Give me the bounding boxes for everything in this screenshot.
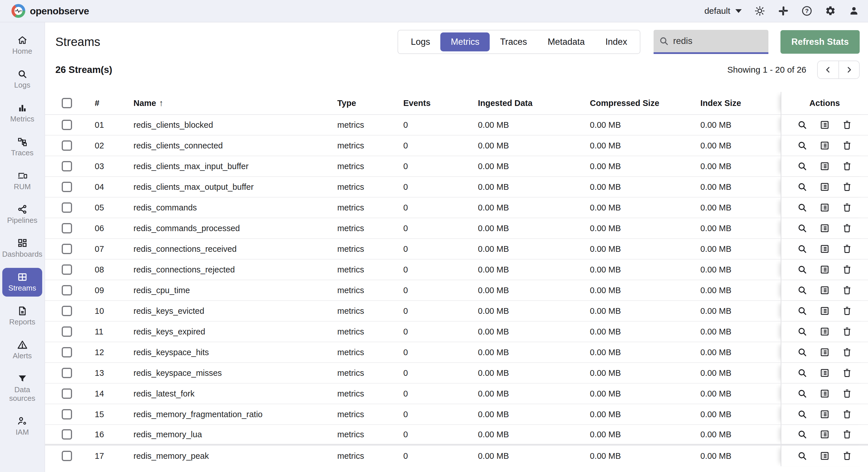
header-ingested-data[interactable]: Ingested Data: [474, 98, 586, 108]
sidebar-item-metrics[interactable]: Metrics: [2, 99, 42, 127]
sidebar-item-reports[interactable]: Reports: [2, 302, 42, 330]
delete-stream-button[interactable]: [842, 347, 852, 358]
delete-stream-button[interactable]: [842, 388, 852, 399]
delete-stream-button[interactable]: [842, 367, 852, 378]
stream-details-button[interactable]: [819, 161, 830, 172]
stream-details-button[interactable]: [819, 181, 830, 193]
header-index-size[interactable]: Index Size: [696, 98, 781, 108]
stream-details-button[interactable]: [819, 243, 830, 255]
stream-details-button[interactable]: [819, 140, 830, 151]
delete-stream-button[interactable]: [842, 429, 852, 440]
delete-stream-button[interactable]: [842, 161, 852, 172]
theme-toggle-button[interactable]: [754, 5, 765, 17]
search-input[interactable]: [673, 36, 787, 46]
header-compressed-size[interactable]: Compressed Size: [586, 98, 696, 108]
row-checkbox[interactable]: [62, 264, 72, 275]
stream-details-button[interactable]: [819, 285, 830, 296]
explore-stream-button[interactable]: [797, 285, 808, 296]
explore-stream-button[interactable]: [797, 347, 808, 358]
explore-stream-button[interactable]: [797, 140, 808, 151]
sidebar-item-traces[interactable]: Traces: [2, 132, 42, 161]
header-events[interactable]: Events: [399, 98, 474, 108]
row-checkbox[interactable]: [62, 409, 72, 419]
delete-stream-button[interactable]: [842, 450, 852, 461]
row-checkbox[interactable]: [62, 244, 72, 254]
sidebar-item-alerts[interactable]: Alerts: [2, 335, 42, 364]
explore-stream-button[interactable]: [797, 429, 808, 440]
row-checkbox[interactable]: [62, 347, 72, 357]
row-checkbox[interactable]: [62, 161, 72, 171]
stream-details-button[interactable]: [819, 264, 830, 275]
next-page-button[interactable]: [838, 61, 859, 78]
stream-details-button[interactable]: [819, 223, 830, 234]
delete-stream-button[interactable]: [842, 285, 852, 296]
explore-stream-button[interactable]: [797, 264, 808, 275]
explore-stream-button[interactable]: [797, 326, 808, 337]
row-checkbox[interactable]: [62, 140, 72, 151]
delete-stream-button[interactable]: [842, 181, 852, 193]
delete-stream-button[interactable]: [842, 305, 852, 316]
delete-stream-button[interactable]: [842, 119, 852, 130]
select-all-checkbox[interactable]: [62, 98, 72, 108]
organization-selector[interactable]: default: [704, 6, 742, 16]
explore-stream-button[interactable]: [797, 450, 808, 461]
sidebar-item-home[interactable]: Home: [2, 31, 42, 60]
explore-stream-button[interactable]: [797, 119, 808, 130]
brand[interactable]: openobserve: [11, 4, 89, 18]
previous-page-button[interactable]: [818, 61, 838, 78]
tab-metadata[interactable]: Metadata: [537, 32, 595, 51]
sidebar-item-streams[interactable]: Streams: [2, 268, 42, 297]
explore-stream-button[interactable]: [797, 367, 808, 378]
explore-stream-button[interactable]: [797, 409, 808, 420]
row-checkbox[interactable]: [62, 202, 72, 213]
stream-details-button[interactable]: [819, 429, 830, 440]
refresh-stats-button[interactable]: Refresh Stats: [780, 30, 860, 54]
delete-stream-button[interactable]: [842, 140, 852, 151]
row-checkbox[interactable]: [62, 368, 72, 378]
row-checkbox[interactable]: [62, 285, 72, 295]
explore-stream-button[interactable]: [797, 388, 808, 399]
row-checkbox[interactable]: [62, 223, 72, 233]
explore-stream-button[interactable]: [797, 202, 808, 213]
explore-stream-button[interactable]: [797, 161, 808, 172]
tab-traces[interactable]: Traces: [490, 32, 537, 51]
row-checkbox[interactable]: [62, 429, 72, 440]
tab-logs[interactable]: Logs: [400, 32, 440, 51]
delete-stream-button[interactable]: [842, 223, 852, 234]
row-checkbox[interactable]: [62, 451, 72, 461]
sidebar-item-iam[interactable]: IAM: [2, 412, 42, 441]
delete-stream-button[interactable]: [842, 243, 852, 255]
tab-index[interactable]: Index: [595, 32, 638, 51]
stream-details-button[interactable]: [819, 347, 830, 358]
explore-stream-button[interactable]: [797, 305, 808, 316]
sidebar-item-data-sources[interactable]: Data sources: [2, 370, 42, 407]
row-checkbox[interactable]: [62, 326, 72, 337]
stream-details-button[interactable]: [819, 367, 830, 378]
delete-stream-button[interactable]: [842, 264, 852, 275]
header-name[interactable]: Name ↑: [129, 98, 333, 108]
account-button[interactable]: [848, 5, 859, 17]
sidebar-item-pipelines[interactable]: Pipelines: [2, 200, 42, 229]
stream-details-button[interactable]: [819, 202, 830, 213]
header-number[interactable]: #: [86, 98, 129, 108]
stream-details-button[interactable]: [819, 388, 830, 399]
tab-metrics[interactable]: Metrics: [440, 32, 490, 51]
header-type[interactable]: Type: [333, 98, 399, 108]
stream-details-button[interactable]: [819, 119, 830, 130]
stream-details-button[interactable]: [819, 305, 830, 316]
explore-stream-button[interactable]: [797, 243, 808, 255]
delete-stream-button[interactable]: [842, 326, 852, 337]
stream-details-button[interactable]: [819, 450, 830, 461]
row-checkbox[interactable]: [62, 120, 72, 130]
sidebar-item-dashboards[interactable]: Dashboards: [2, 234, 42, 263]
slack-button[interactable]: [778, 5, 789, 17]
settings-button[interactable]: [825, 5, 836, 17]
help-button[interactable]: ?: [801, 5, 812, 17]
sidebar-item-logs[interactable]: Logs: [2, 65, 42, 94]
explore-stream-button[interactable]: [797, 223, 808, 234]
delete-stream-button[interactable]: [842, 202, 852, 213]
explore-stream-button[interactable]: [797, 181, 808, 193]
row-checkbox[interactable]: [62, 182, 72, 192]
sidebar-item-rum[interactable]: RUM: [2, 167, 42, 195]
stream-details-button[interactable]: [819, 326, 830, 337]
